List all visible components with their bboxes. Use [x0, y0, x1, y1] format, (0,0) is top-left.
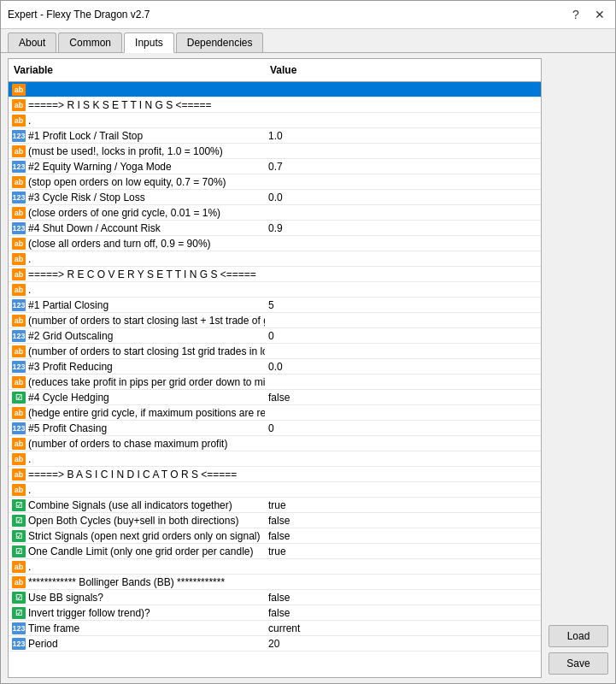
table-row[interactable]: 123Period20 [9, 636, 541, 652]
variable-text: Strict Signals (open next grid orders on… [28, 530, 260, 542]
ab-icon: ab [12, 268, 26, 280]
table-row[interactable]: ab(reduces take profit in pips per grid … [9, 374, 541, 390]
table-row[interactable]: 123#1 Partial Closing5 [9, 298, 541, 313]
variable-text: . [28, 484, 31, 496]
num-icon: 123 [12, 622, 26, 634]
table-row[interactable]: 123#3 Cycle Risk / Stop Loss0.0 [9, 190, 541, 205]
variable-cell: 123#5 Profit Chasing [9, 421, 265, 435]
table-row[interactable]: ab(number of orders to start closing 1st… [9, 344, 541, 359]
ab-icon: ab [12, 345, 26, 357]
variable-cell: ab. [9, 451, 265, 466]
table-row[interactable]: ☑Invert trigger follow trend)?false [9, 605, 541, 621]
variable-cell: ab(stop open orders on low equity, 0.7 =… [9, 174, 265, 189]
variable-text: ************ Bollinger Bands (BB) ******… [28, 576, 225, 588]
tab-about[interactable]: About [8, 32, 56, 52]
variable-text: (hedge entire grid cycle, if maximum pos… [28, 407, 265, 419]
table-row[interactable]: 123#4 Shut Down / Account Risk0.9 [9, 221, 541, 236]
column-header-variable: Variable [10, 62, 267, 78]
tab-inputs[interactable]: Inputs [124, 32, 174, 53]
variable-text: Open Both Cycles (buy+sell in both direc… [28, 515, 238, 527]
table-row[interactable]: ab(number of orders to start closing las… [9, 313, 541, 328]
bool-icon: ☑ [12, 607, 26, 619]
variable-text: Period [28, 638, 58, 650]
table-row[interactable]: ab(hedge entire grid cycle, if maximum p… [9, 405, 541, 421]
load-button[interactable]: Load [549, 625, 608, 647]
tab-dependencies[interactable]: Dependencies [176, 32, 264, 52]
variable-text: Use BB signals? [28, 592, 103, 604]
variable-text: (number of orders to chase maximum profi… [28, 438, 227, 450]
table-row[interactable]: ab************ Bollinger Bands (BB) ****… [9, 575, 541, 590]
ab-icon: ab [12, 207, 26, 219]
title-bar-controls: ? ✕ [567, 6, 608, 23]
variable-text: (reduces take profit in pips per grid or… [28, 376, 265, 388]
table-row[interactable]: ☑Use BB signals?false [9, 590, 541, 605]
value-cell [265, 575, 541, 589]
table-row[interactable]: ab=====> R I S K S E T T I N G S <===== [9, 97, 541, 113]
variable-text: =====> B A S I C I N D I C A T O R S <==… [28, 469, 237, 481]
variable-cell: ab(close all orders and turn off, 0.9 = … [9, 236, 265, 251]
table-row[interactable]: ab(number of orders to chase maximum pro… [9, 436, 541, 451]
table-row[interactable]: ab. [9, 559, 541, 575]
ab-icon: ab [12, 115, 26, 127]
variable-cell: ab. [9, 282, 265, 297]
variable-cell: ☑Use BB signals? [9, 590, 265, 604]
table-row[interactable]: ☑Combine Signals (use all indicators tog… [9, 498, 541, 513]
value-cell [265, 313, 541, 327]
table-row[interactable]: ab(must be used!, locks in profit, 1.0 =… [9, 144, 541, 159]
variable-cell: 123#1 Profit Lock / Trail Stop [9, 128, 265, 143]
value-cell: false [265, 390, 541, 404]
table-row[interactable]: 123#3 Profit Reducing0.0 [9, 359, 541, 374]
table-row[interactable]: ab. [9, 113, 541, 128]
table-row[interactable]: ab. [9, 482, 541, 498]
table-row[interactable]: ab=====> B A S I C I N D I C A T O R S <… [9, 467, 541, 482]
num-icon: 123 [12, 222, 26, 234]
table-row[interactable]: ab(close orders of one grid cycle, 0.01 … [9, 205, 541, 221]
variable-cell: ab=====> B A S I C I N D I C A T O R S <… [9, 467, 265, 481]
ab-icon: ab [12, 376, 26, 388]
value-cell [265, 374, 541, 389]
num-icon: 123 [12, 638, 26, 650]
ab-icon: ab [12, 84, 26, 96]
variable-cell: ab. [9, 113, 265, 127]
table-row[interactable]: ☑Open Both Cycles (buy+sell in both dire… [9, 513, 541, 528]
help-button[interactable]: ? [567, 6, 584, 23]
num-icon: 123 [12, 161, 26, 173]
tab-common[interactable]: Common [58, 32, 122, 52]
save-button[interactable]: Save [549, 652, 608, 675]
variable-cell: ab [9, 82, 265, 97]
value-cell [265, 405, 541, 420]
variable-text: #2 Grid Outscaling [28, 330, 113, 342]
variable-cell: ab(number of orders to chase maximum pro… [9, 436, 265, 451]
bool-icon: ☑ [12, 530, 26, 542]
content-area: Variable Value abab=====> R I S K S E T … [1, 53, 615, 683]
variable-cell: ab(hedge entire grid cycle, if maximum p… [9, 405, 265, 420]
value-cell: 0 [265, 328, 541, 343]
variable-text: Invert trigger follow trend)? [28, 607, 150, 619]
table-body[interactable]: abab=====> R I S K S E T T I N G S <====… [9, 82, 541, 677]
value-cell [265, 205, 541, 220]
table-row[interactable]: ☑Strict Signals (open next grid orders o… [9, 528, 541, 544]
table-row[interactable]: ab. [9, 282, 541, 298]
ab-icon: ab [12, 253, 26, 265]
table-row[interactable]: ab. [9, 451, 541, 467]
main-window: Expert - Flexy The Dragon v2.7 ? ✕ About… [0, 0, 616, 684]
table-row[interactable]: ab. [9, 251, 541, 267]
table-row[interactable]: ab [9, 82, 541, 97]
value-cell [265, 144, 541, 158]
table-row[interactable]: 123#1 Profit Lock / Trail Stop1.0 [9, 128, 541, 144]
table-row[interactable]: ☑#4 Cycle Hedgingfalse [9, 390, 541, 405]
table-row[interactable]: 123#5 Profit Chasing0 [9, 421, 541, 436]
value-cell [265, 97, 541, 112]
table-row[interactable]: 123#2 Equity Warning / Yoga Mode0.7 [9, 159, 541, 174]
variable-cell: ☑Combine Signals (use all indicators tog… [9, 498, 265, 512]
close-button[interactable]: ✕ [591, 6, 608, 23]
table-row[interactable]: 123#2 Grid Outscaling0 [9, 328, 541, 344]
bool-icon: ☑ [12, 545, 26, 557]
variable-cell: ab. [9, 559, 265, 574]
value-cell [265, 251, 541, 266]
table-row[interactable]: 123Time framecurrent [9, 621, 541, 636]
table-row[interactable]: ab(stop open orders on low equity, 0.7 =… [9, 174, 541, 190]
table-row[interactable]: ab(close all orders and turn off, 0.9 = … [9, 236, 541, 251]
table-row[interactable]: ☑One Candle Limit (only one grid order p… [9, 544, 541, 559]
table-row[interactable]: ab=====> R E C O V E R Y S E T T I N G S… [9, 267, 541, 282]
